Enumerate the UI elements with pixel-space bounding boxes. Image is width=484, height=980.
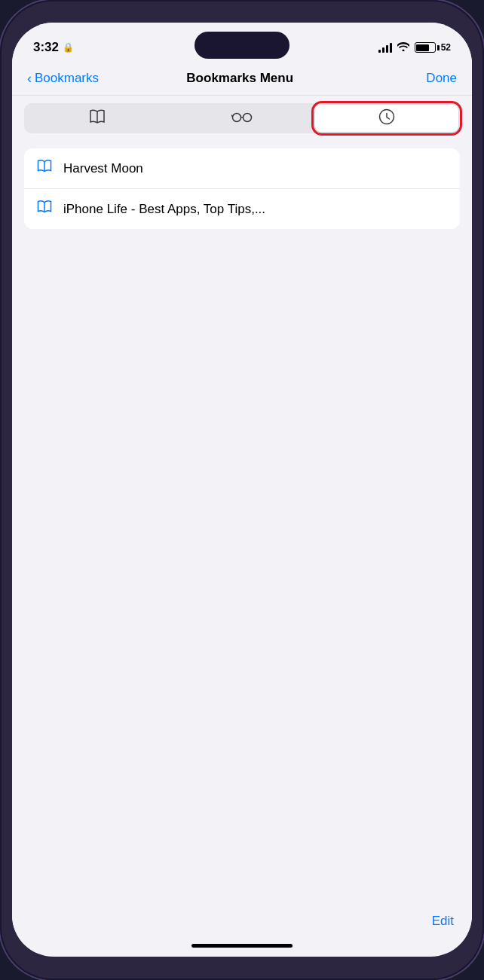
wifi-icon (397, 41, 409, 53)
battery-label: 52 (441, 42, 451, 53)
segmented-control (12, 96, 472, 142)
home-indicator (191, 944, 293, 948)
svg-point-2 (244, 113, 252, 121)
segment-wrapper (24, 103, 460, 133)
bookmark-item-iphone-life[interactable]: iPhone Life - Best Apps, Top Tips,... (24, 188, 460, 229)
battery-cap (437, 45, 440, 50)
dynamic-island (195, 32, 289, 59)
phone-frame: 3:32 🔒 (0, 0, 484, 980)
segment-reading-list[interactable] (170, 105, 314, 132)
bookmark-item-harvest-moon[interactable]: Harvest Moon (24, 148, 460, 188)
battery-body (415, 42, 436, 53)
glasses-icon (231, 111, 253, 127)
bottom-bar: Edit (12, 905, 472, 944)
segment-bookmarks[interactable] (26, 105, 169, 132)
screen: 3:32 🔒 (12, 23, 472, 957)
bookmark-book-icon-1 (36, 159, 53, 178)
page-title: Bookmarks Menu (54, 71, 426, 86)
book-icon (88, 109, 106, 128)
chevron-left-icon: ‹ (27, 72, 32, 85)
bookmark-book-icon-2 (36, 200, 53, 218)
time-display: 3:32 (33, 40, 59, 55)
edit-button[interactable]: Edit (432, 914, 454, 929)
segment-history[interactable] (315, 105, 458, 132)
status-icons: 52 (378, 41, 451, 53)
clock-icon (378, 108, 395, 129)
lock-icon: 🔒 (63, 42, 74, 53)
bookmarks-list: Harvest Moon iPhone Life - Best Apps, To… (24, 148, 460, 229)
battery-indicator: 52 (415, 42, 451, 53)
done-button[interactable]: Done (426, 71, 457, 86)
bookmark-title-1: Harvest Moon (63, 161, 143, 176)
bookmark-title-2: iPhone Life - Best Apps, Top Tips,... (63, 202, 265, 217)
signal-icon (378, 42, 392, 53)
main-content-area (12, 229, 472, 905)
svg-point-1 (233, 113, 241, 121)
navigation-bar: ‹ Bookmarks Bookmarks Menu Done (12, 63, 472, 96)
segment-history-wrapper (315, 105, 458, 132)
battery-fill (416, 44, 429, 51)
status-time: 3:32 🔒 (33, 40, 74, 55)
